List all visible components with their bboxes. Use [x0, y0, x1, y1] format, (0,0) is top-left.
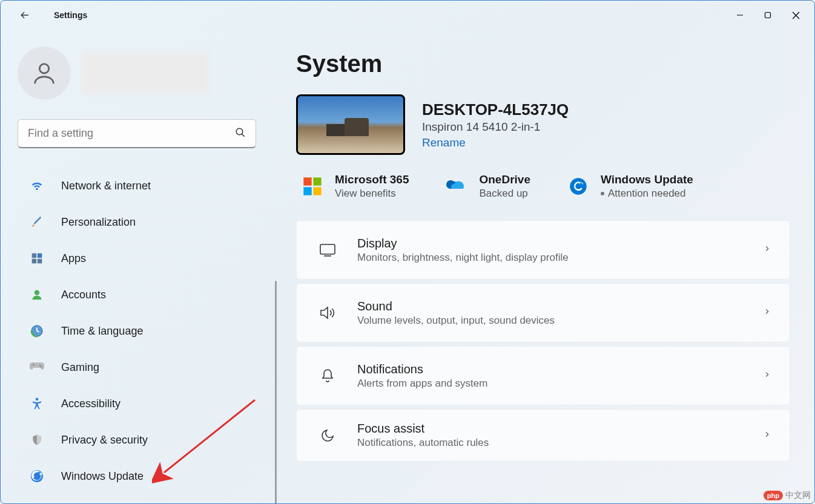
watermark-text: 中文网 [785, 490, 811, 501]
svg-rect-17 [313, 177, 321, 185]
maximize-icon [764, 11, 771, 19]
svg-point-13 [41, 366, 42, 368]
svg-rect-21 [320, 244, 335, 254]
watermark-logo: php [764, 491, 783, 500]
brush-icon [30, 215, 44, 229]
svg-rect-18 [303, 187, 311, 195]
status-sub: Backed up [479, 188, 530, 200]
user-name-redacted [82, 52, 209, 94]
close-icon [792, 11, 800, 19]
attention-dot-icon [601, 192, 604, 195]
chevron-right-icon [763, 307, 771, 318]
svg-point-14 [36, 398, 39, 401]
close-button[interactable] [782, 5, 810, 25]
chevron-right-icon [763, 430, 771, 441]
page-title: System [296, 50, 790, 77]
card-subtitle: Volume levels, output, input, sound devi… [357, 315, 763, 327]
svg-rect-16 [303, 177, 311, 185]
svg-rect-8 [38, 259, 42, 264]
watermark: php 中文网 [764, 490, 811, 501]
sidebar-item-gaming[interactable]: Gaming [18, 350, 266, 384]
sidebar-scrollbar[interactable] [275, 281, 277, 504]
sidebar-item-label: Gaming [61, 361, 99, 374]
status-title: OneDrive [479, 173, 530, 186]
window-title: Settings [54, 10, 87, 20]
svg-rect-1 [765, 13, 771, 18]
gamepad-icon [30, 360, 44, 375]
sidebar-item-accessibility[interactable]: Accessibility [18, 387, 266, 421]
status-title: Microsoft 365 [335, 173, 409, 186]
status-onedrive[interactable]: OneDrive Backed up [445, 173, 530, 200]
sidebar-item-accounts[interactable]: Accounts [18, 278, 266, 312]
svg-rect-19 [313, 187, 321, 195]
status-title: Windows Update [601, 173, 693, 186]
svg-rect-6 [38, 254, 42, 258]
moon-icon [315, 428, 340, 443]
svg-point-9 [35, 290, 39, 295]
maximize-button[interactable] [754, 5, 782, 25]
sidebar-item-label: Personalization [61, 216, 136, 229]
sidebar-item-label: Network & internet [61, 180, 151, 192]
status-row: Microsoft 365 View benefits OneDrive Bac… [296, 173, 790, 200]
monitor-icon [315, 243, 340, 257]
settings-cards: Display Monitors, brightness, night ligh… [296, 220, 790, 462]
sidebar-item-apps[interactable]: Apps [18, 241, 266, 275]
search-box[interactable] [18, 119, 256, 148]
device-model: Inspiron 14 5410 2-in-1 [422, 120, 569, 134]
card-subtitle: Alerts from apps and system [357, 378, 763, 390]
window-controls [726, 5, 810, 25]
desktop-thumbnail [296, 94, 405, 155]
card-display[interactable]: Display Monitors, brightness, night ligh… [296, 220, 790, 280]
sidebar-item-network[interactable]: Network & internet [18, 169, 266, 203]
nav: Network & internet Personalization Apps … [18, 169, 271, 493]
user-account-row[interactable] [18, 47, 271, 100]
svg-point-12 [39, 365, 41, 367]
sidebar-item-label: Time & language [61, 325, 143, 338]
clock-icon [30, 324, 44, 338]
svg-rect-7 [32, 259, 37, 264]
card-subtitle: Notifications, automatic rules [357, 437, 763, 449]
sidebar-item-privacy[interactable]: Privacy & security [18, 423, 266, 457]
minimize-icon [736, 11, 744, 19]
apps-icon [30, 251, 44, 266]
card-title: Notifications [357, 362, 763, 376]
card-focus[interactable]: Focus assist Notifications, automatic ru… [296, 409, 790, 462]
status-windows-update[interactable]: Windows Update Attention needed [567, 173, 693, 200]
device-row: DESKTOP-4L537JQ Inspiron 14 5410 2-in-1 … [296, 94, 790, 155]
search-icon [235, 127, 246, 140]
onedrive-icon [445, 175, 468, 198]
back-button[interactable] [13, 3, 37, 27]
svg-rect-5 [32, 254, 37, 258]
main-content: System DESKTOP-4L537JQ Inspiron 14 5410 … [279, 30, 814, 503]
update-status-icon [567, 175, 590, 198]
card-sound[interactable]: Sound Volume levels, output, input, soun… [296, 283, 790, 342]
svg-point-20 [570, 178, 587, 195]
card-title: Focus assist [357, 422, 763, 436]
sidebar-item-label: Windows Update [61, 470, 144, 483]
card-title: Sound [357, 299, 763, 313]
sidebar-item-update[interactable]: Windows Update [18, 459, 266, 493]
status-sub: Attention needed [601, 188, 693, 200]
sidebar-item-time[interactable]: Time & language [18, 314, 266, 348]
rename-link[interactable]: Rename [422, 136, 569, 149]
minimize-button[interactable] [726, 5, 754, 25]
person-icon [30, 59, 58, 87]
sidebar-item-label: Accessibility [61, 398, 120, 410]
card-notifications[interactable]: Notifications Alerts from apps and syste… [296, 346, 790, 405]
card-subtitle: Monitors, brightness, night light, displ… [357, 252, 763, 264]
speaker-icon [315, 306, 340, 320]
wifi-icon [30, 178, 44, 193]
svg-line-4 [242, 134, 245, 137]
device-name: DESKTOP-4L537JQ [422, 100, 569, 119]
sidebar-item-personalization[interactable]: Personalization [18, 205, 266, 239]
svg-point-3 [236, 128, 243, 135]
back-arrow-icon [19, 9, 31, 21]
sidebar: Network & internet Personalization Apps … [1, 30, 279, 503]
update-icon [30, 469, 44, 483]
sidebar-item-label: Privacy & security [61, 434, 148, 447]
chevron-right-icon [763, 244, 771, 255]
microsoft-icon [301, 175, 324, 198]
status-microsoft365[interactable]: Microsoft 365 View benefits [301, 173, 409, 200]
search-input[interactable] [28, 127, 235, 140]
person-icon [30, 287, 44, 302]
